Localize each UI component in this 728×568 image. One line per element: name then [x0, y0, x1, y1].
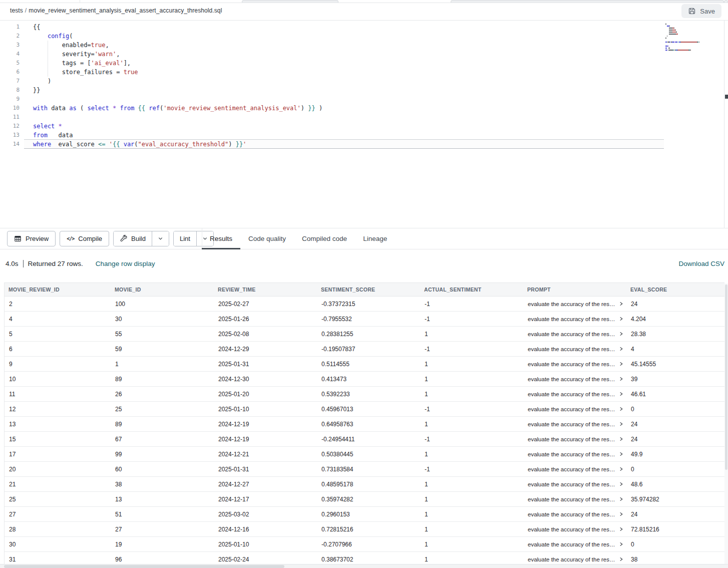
tab-lineage[interactable]: Lineage	[355, 228, 395, 249]
table-row: 912025-01-310.51145551evaluate the accur…	[5, 357, 724, 372]
results-vertical-scrollbar[interactable]	[724, 283, 728, 564]
table-cell: 45.14555	[626, 361, 724, 368]
expand-prompt-icon[interactable]	[619, 466, 623, 472]
column-header: PROMPT	[523, 287, 626, 293]
build-button[interactable]: Build	[114, 231, 152, 246]
table-cell: -1	[420, 436, 523, 443]
editor-line: 8}}	[0, 86, 663, 95]
expand-prompt-icon[interactable]	[619, 556, 623, 562]
expand-prompt-icon[interactable]	[619, 301, 623, 307]
table-cell: 2024-12-17	[214, 496, 317, 503]
expand-prompt-icon[interactable]	[619, 436, 623, 442]
column-header: MOVIE_REVIEW_ID	[5, 287, 111, 293]
table-cell: 99	[111, 451, 214, 458]
expand-prompt-icon[interactable]	[619, 361, 623, 367]
file-tab[interactable]	[724, 0, 728, 3]
results-table-header: MOVIE_REVIEW_IDMOVIE_IDREVIEW_TIMESENTIM…	[5, 282, 724, 297]
editor-scrollbar-thumb[interactable]	[725, 95, 728, 99]
prompt-cell: evaluate the accuracy of the res…	[523, 436, 626, 442]
table-row: 25132024-12-170.359742821evaluate the ac…	[5, 492, 724, 507]
results-horizontal-scrollbar-thumb[interactable]	[4, 565, 284, 568]
results-horizontal-scrollbar[interactable]	[0, 564, 728, 568]
build-dropdown-button[interactable]	[152, 231, 169, 246]
file-tab[interactable]	[451, 0, 724, 3]
table-cell: 2025-02-08	[214, 331, 317, 338]
table-row: 27512025-03-020.29601531evaluate the acc…	[5, 507, 724, 522]
download-csv-link[interactable]: Download CSV	[678, 260, 724, 267]
code-line-text: {{	[24, 23, 40, 32]
results-statusbar: 4.0s Returned 27 rows. Change row displa…	[0, 249, 728, 282]
table-cell: 0.64958763	[317, 421, 420, 428]
file-tab[interactable]	[242, 0, 338, 3]
table-cell: 1	[111, 361, 214, 368]
table-cell: 11	[5, 391, 111, 398]
code-editor[interactable]: 1{{2 config(3 enabled=true,4 severity='w…	[0, 21, 728, 228]
expand-prompt-icon[interactable]	[619, 451, 623, 457]
code-line-text: }}	[24, 86, 40, 95]
table-cell: -0.24954411	[317, 436, 420, 443]
tab-compiled-code[interactable]: Compiled code	[294, 228, 355, 249]
lint-button-label: Lint	[180, 235, 190, 242]
line-number: 7	[0, 77, 24, 86]
editor-minimap[interactable]	[665, 24, 723, 52]
table-cell: -1	[420, 301, 523, 308]
editor-lines: 1{{2 config(3 enabled=true,4 severity='w…	[0, 23, 663, 149]
code-line-text: )	[24, 77, 51, 86]
table-cell: 0	[626, 406, 724, 413]
prompt-text: evaluate the accuracy of the res…	[528, 331, 615, 337]
expand-prompt-icon[interactable]	[619, 526, 623, 532]
expand-prompt-icon[interactable]	[619, 481, 623, 487]
expand-prompt-icon[interactable]	[619, 541, 623, 547]
column-header: MOVIE_ID	[111, 287, 214, 293]
expand-prompt-icon[interactable]	[619, 331, 623, 337]
prompt-cell: evaluate the accuracy of the res…	[523, 481, 626, 487]
table-row: 11262025-01-200.53922331evaluate the acc…	[5, 387, 724, 402]
prompt-cell: evaluate the accuracy of the res…	[523, 376, 626, 382]
table-cell: 1	[420, 511, 523, 518]
action-toolbar: Preview </> Compile Build	[0, 228, 728, 249]
compile-button-label: Compile	[78, 235, 102, 242]
prompt-text: evaluate the accuracy of the res…	[528, 451, 615, 457]
expand-prompt-icon[interactable]	[619, 376, 623, 382]
editor-scrollbar[interactable]	[724, 21, 728, 228]
table-cell: 48.6	[626, 481, 724, 488]
change-row-display-link[interactable]: Change row display	[96, 260, 155, 267]
expand-prompt-icon[interactable]	[619, 391, 623, 397]
table-cell: 13	[5, 421, 111, 428]
table-cell: 26	[111, 391, 214, 398]
line-number: 8	[0, 86, 24, 95]
code-line-text: severity='warn',	[24, 50, 120, 59]
tab-compiled-code-label: Compiled code	[302, 235, 347, 242]
expand-prompt-icon[interactable]	[619, 496, 623, 502]
prompt-text: evaluate the accuracy of the res…	[528, 481, 615, 487]
table-cell: -0.19507837	[317, 346, 420, 353]
table-cell: 2025-01-10	[214, 406, 317, 413]
compile-button[interactable]: </> Compile	[60, 231, 109, 246]
line-number: 11	[0, 113, 24, 122]
expand-prompt-icon[interactable]	[619, 316, 623, 322]
table-cell: 25	[5, 496, 111, 503]
tab-code-quality[interactable]: Code quality	[240, 228, 294, 249]
editor-line: 9	[0, 95, 663, 104]
table-cell: 1	[420, 331, 523, 338]
table-cell: 0.72815216	[317, 526, 420, 533]
table-cell: 2025-01-10	[214, 541, 317, 548]
results-vertical-scrollbar-thumb[interactable]	[725, 285, 727, 470]
prompt-text: evaluate the accuracy of the res…	[528, 316, 615, 322]
expand-prompt-icon[interactable]	[619, 406, 623, 412]
expand-prompt-icon[interactable]	[619, 421, 623, 427]
table-cell: 1	[420, 496, 523, 503]
prompt-text: evaluate the accuracy of the res…	[528, 361, 615, 367]
prompt-text: evaluate the accuracy of the res…	[528, 556, 615, 562]
editor-line: 10with data as ( select * from {{ ref('m…	[0, 104, 663, 113]
lint-button[interactable]: Lint	[174, 231, 197, 246]
preview-button[interactable]: Preview	[7, 231, 56, 246]
expand-prompt-icon[interactable]	[619, 511, 623, 517]
save-button[interactable]: Save	[681, 4, 721, 18]
expand-prompt-icon[interactable]	[619, 346, 623, 352]
tab-lineage-label: Lineage	[363, 235, 387, 242]
table-cell: 0.48595178	[317, 481, 420, 488]
table-cell: -0.37372315	[317, 301, 420, 308]
table-cell: 1	[420, 376, 523, 383]
tab-results[interactable]: Results	[202, 228, 240, 249]
